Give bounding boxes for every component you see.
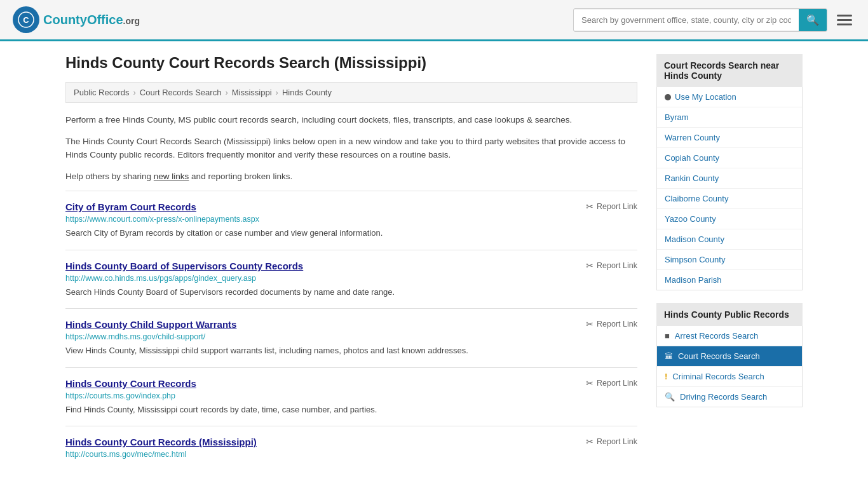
logo-text: CountyOffice.org bbox=[43, 13, 140, 27]
breadcrumb-public-records[interactable]: Public Records bbox=[74, 88, 129, 97]
result-card: Hinds County Court Records (Mississippi)… bbox=[65, 426, 637, 472]
menu-line2 bbox=[837, 19, 852, 21]
result-title-4[interactable]: Hinds County Court Records (Mississippi) bbox=[65, 437, 257, 447]
content-area: Hinds County Court Records Search (Missi… bbox=[65, 54, 637, 472]
svg-text:C: C bbox=[23, 15, 29, 25]
sidebar: Court Records Search near Hinds County U… bbox=[656, 54, 803, 472]
public-record-item[interactable]: 🏛Court Records Search bbox=[657, 346, 802, 367]
pub-record-link-2[interactable]: Criminal Records Search bbox=[672, 372, 764, 381]
search-bar: 🔍 bbox=[573, 8, 827, 32]
pub-icon-0: ■ bbox=[665, 331, 670, 341]
breadcrumb: Public Records › Court Records Search › … bbox=[65, 82, 637, 103]
nearby-link-8[interactable]: Madison Parish bbox=[665, 275, 722, 285]
nearby-item[interactable]: Copiah County bbox=[657, 148, 802, 168]
pub-icon-2: ! bbox=[665, 372, 667, 381]
breadcrumb-mississippi[interactable]: Mississippi bbox=[232, 88, 272, 97]
report-icon-0: ✂ bbox=[586, 201, 593, 212]
public-records-section: Hinds County Public Records ■Arrest Reco… bbox=[656, 303, 803, 407]
public-records-title: Hinds County Public Records bbox=[664, 309, 789, 320]
result-card: Hinds County Board of Supervisors County… bbox=[65, 250, 637, 309]
result-title-1[interactable]: Hinds County Board of Supervisors County… bbox=[65, 261, 303, 271]
nearby-item[interactable]: Warren County bbox=[657, 128, 802, 148]
result-card: Hinds County Child Support Warrants ✂ Re… bbox=[65, 308, 637, 367]
new-links-link[interactable]: new links bbox=[154, 172, 189, 181]
site-header: C CountyOffice.org 🔍 bbox=[0, 0, 868, 41]
public-records-header: Hinds County Public Records bbox=[656, 303, 803, 326]
pub-record-link-0[interactable]: Arrest Records Search bbox=[675, 331, 759, 341]
breadcrumb-court-records[interactable]: Court Records Search bbox=[140, 88, 222, 97]
result-title-2[interactable]: Hinds County Child Support Warrants bbox=[65, 319, 236, 330]
result-card: Hinds County Court Records ✂ Report Link… bbox=[65, 367, 637, 426]
logo-office: Office bbox=[87, 13, 123, 27]
menu-line1 bbox=[837, 15, 852, 17]
result-url-0: https://www.ncourt.com/x-press/x-onlinep… bbox=[65, 215, 637, 224]
search-input[interactable] bbox=[574, 10, 799, 30]
location-dot-icon bbox=[665, 94, 671, 100]
logo-icon: C bbox=[13, 6, 39, 33]
description-1: Perform a free Hinds County, MS public c… bbox=[65, 113, 637, 127]
result-title-0[interactable]: City of Byram Court Records bbox=[65, 201, 196, 212]
public-record-item[interactable]: ■Arrest Records Search bbox=[657, 326, 802, 346]
description-2: The Hinds County Court Records Search (M… bbox=[65, 135, 637, 162]
nearby-item[interactable]: Byram bbox=[657, 107, 802, 128]
nearby-link-1[interactable]: Warren County bbox=[665, 133, 720, 142]
result-desc-0: Search City of Byram records by citation… bbox=[65, 227, 637, 240]
menu-button[interactable] bbox=[834, 11, 855, 29]
page-title: Hinds County Court Records Search (Missi… bbox=[65, 54, 637, 72]
nearby-item[interactable]: Madison County bbox=[657, 229, 802, 250]
report-link-1[interactable]: ✂ Report Link bbox=[586, 261, 637, 271]
nearby-link-6[interactable]: Madison County bbox=[665, 234, 724, 244]
report-icon-4: ✂ bbox=[586, 437, 593, 447]
logo-area: C CountyOffice.org bbox=[13, 6, 140, 33]
nearby-link-5[interactable]: Yazoo County bbox=[665, 214, 716, 224]
report-icon-2: ✂ bbox=[586, 319, 593, 329]
nearby-item[interactable]: Madison Parish bbox=[657, 270, 802, 290]
result-card: City of Byram Court Records ✂ Report Lin… bbox=[65, 191, 637, 250]
public-records-list: ■Arrest Records Search🏛Court Records Sea… bbox=[656, 326, 803, 407]
result-header: Hinds County Court Records (Mississippi)… bbox=[65, 437, 637, 447]
result-desc-2: View Hinds County, Mississippi child sup… bbox=[65, 344, 637, 357]
report-icon-3: ✂ bbox=[586, 378, 593, 388]
result-header: Hinds County Court Records ✂ Report Link bbox=[65, 378, 637, 389]
nearby-link-7[interactable]: Simpson County bbox=[665, 255, 725, 264]
desc3-suffix: and reporting broken links. bbox=[189, 172, 292, 181]
desc3-prefix: Help others by sharing bbox=[65, 172, 154, 181]
logo-county: County bbox=[43, 13, 87, 27]
nearby-item[interactable]: Rankin County bbox=[657, 168, 802, 189]
description-3: Help others by sharing new links and rep… bbox=[65, 170, 637, 184]
main-container: Hinds County Court Records Search (Missi… bbox=[53, 41, 815, 485]
public-record-item[interactable]: 🔍Driving Records Search bbox=[657, 387, 802, 407]
nearby-link-4[interactable]: Claiborne County bbox=[665, 194, 728, 203]
header-right: 🔍 bbox=[573, 8, 855, 32]
pub-icon-3: 🔍 bbox=[665, 392, 675, 402]
report-link-2[interactable]: ✂ Report Link bbox=[586, 319, 637, 329]
results-container: City of Byram Court Records ✂ Report Lin… bbox=[65, 191, 637, 472]
nearby-title: Court Records Search near Hinds County bbox=[664, 60, 779, 81]
report-link-4[interactable]: ✂ Report Link bbox=[586, 437, 637, 447]
report-icon-1: ✂ bbox=[586, 261, 593, 271]
use-location-item[interactable]: Use My Location bbox=[657, 87, 802, 107]
result-url-3: https://courts.ms.gov/index.php bbox=[65, 391, 637, 400]
result-desc-3: Find Hinds County, Mississippi court rec… bbox=[65, 403, 637, 416]
nearby-link-2[interactable]: Copiah County bbox=[665, 153, 719, 163]
public-record-item[interactable]: !Criminal Records Search bbox=[657, 367, 802, 387]
search-button[interactable]: 🔍 bbox=[799, 9, 827, 31]
result-header: Hinds County Board of Supervisors County… bbox=[65, 261, 637, 271]
result-desc-1: Search Hinds County Board of Supervisors… bbox=[65, 286, 637, 299]
nearby-item[interactable]: Yazoo County bbox=[657, 209, 802, 229]
report-link-3[interactable]: ✂ Report Link bbox=[586, 378, 637, 388]
report-link-0[interactable]: ✂ Report Link bbox=[586, 201, 637, 212]
menu-line3 bbox=[837, 24, 852, 25]
pub-record-link-3[interactable]: Driving Records Search bbox=[680, 392, 767, 402]
nearby-item[interactable]: Simpson County bbox=[657, 250, 802, 270]
breadcrumb-current: Hinds County bbox=[282, 88, 332, 97]
use-location-link[interactable]: Use My Location bbox=[675, 92, 736, 102]
result-title-3[interactable]: Hinds County Court Records bbox=[65, 378, 196, 389]
nearby-link-0[interactable]: Byram bbox=[665, 112, 689, 122]
result-url-1: http://www.co.hinds.ms.us/pgs/apps/ginde… bbox=[65, 274, 637, 283]
result-url-2: https://www.mdhs.ms.gov/child-support/ bbox=[65, 332, 637, 341]
pub-record-link-1[interactable]: Court Records Search bbox=[678, 351, 760, 361]
nearby-link-3[interactable]: Rankin County bbox=[665, 173, 719, 183]
nearby-item[interactable]: Claiborne County bbox=[657, 189, 802, 209]
nearby-list: Use My Location ByramWarren CountyCopiah… bbox=[656, 87, 803, 290]
